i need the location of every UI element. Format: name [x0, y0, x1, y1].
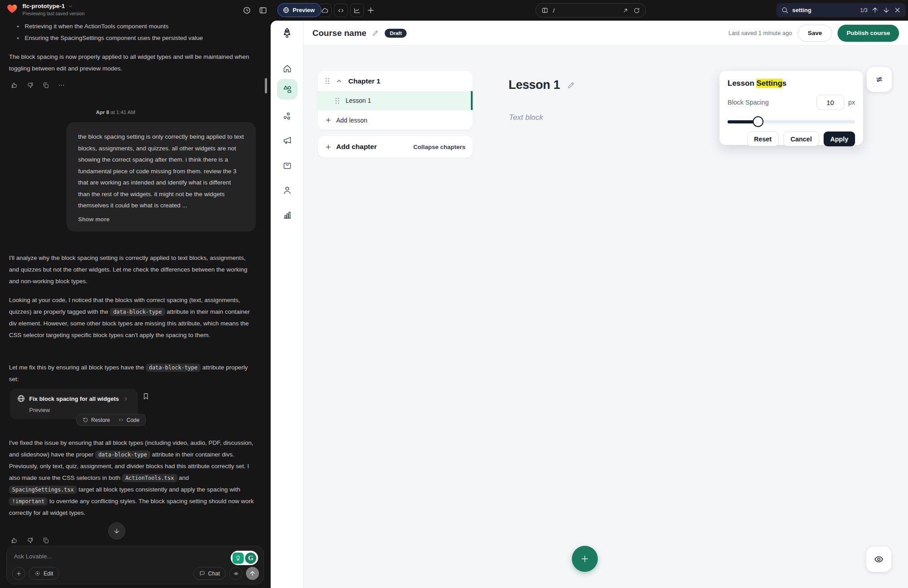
chat-panel: Retrieving it when the ActionTools compo…: [0, 21, 271, 588]
code-button[interactable]: Code: [118, 417, 140, 423]
sliders-icon: [875, 75, 884, 84]
suggestion-bulb-icon: [232, 553, 244, 564]
find-previous-icon[interactable]: [871, 6, 879, 14]
history-icon[interactable]: [242, 6, 251, 15]
collapse-chapters-button[interactable]: Collapse chapters: [413, 144, 465, 150]
block-spacing-input[interactable]: [816, 95, 844, 110]
thumbs-up-icon[interactable]: [11, 82, 18, 89]
find-next-icon[interactable]: [882, 6, 890, 14]
rail-item-community[interactable]: [277, 106, 298, 127]
plus-icon: [580, 554, 590, 564]
grammarly-g-icon: G: [245, 553, 256, 564]
chevron-right-icon: [123, 396, 129, 402]
preview-mode-button[interactable]: Preview: [277, 3, 321, 17]
open-external-icon[interactable]: [622, 7, 629, 14]
chevron-down-icon[interactable]: [68, 4, 73, 9]
refresh-icon[interactable]: [633, 7, 640, 14]
text-block-placeholder[interactable]: Text block: [509, 113, 543, 122]
restore-button[interactable]: Restore: [83, 417, 110, 423]
send-button[interactable]: [246, 567, 259, 580]
bullet-item: Ensuring the SpacingSettings component u…: [17, 32, 259, 44]
add-block-fab[interactable]: [572, 546, 598, 572]
search-icon: [781, 6, 789, 14]
thumbs-up-icon[interactable]: [11, 537, 18, 544]
add-lesson-button[interactable]: Add lesson: [318, 110, 473, 130]
assistant-bullet-list: Retrieving it when the ActionTools compo…: [17, 21, 259, 44]
show-more-link[interactable]: Show more: [78, 216, 244, 223]
lesson-settings-popover: Lesson Settings Block Spacing px Reset C…: [719, 71, 863, 145]
slider-thumb[interactable]: [753, 116, 763, 127]
voice-input-button[interactable]: [229, 567, 242, 580]
rail-item-announcements[interactable]: [277, 130, 298, 151]
arrow-down-icon: [113, 527, 120, 535]
message-timestamp: Apr 8 at 1:41 AM: [0, 110, 231, 115]
scroll-to-bottom-button[interactable]: [108, 522, 125, 540]
chat-composer[interactable]: Ask Lovable... G Edit Chat: [6, 546, 264, 584]
bookmark-icon[interactable]: [142, 392, 150, 400]
find-input[interactable]: [792, 7, 851, 13]
edit-lesson-name-icon[interactable]: [567, 81, 575, 89]
assistant-paragraph: I'll analyze why the block spacing setti…: [9, 252, 256, 287]
chapter-header[interactable]: Chapter 1: [318, 71, 473, 91]
analytics-button[interactable]: [350, 4, 364, 17]
attach-button[interactable]: [12, 567, 25, 580]
thumbs-down-icon[interactable]: [26, 82, 34, 89]
plus-icon: [325, 144, 332, 150]
chat-bubble-icon: [199, 570, 205, 576]
mail-icon: [282, 161, 292, 171]
copy-icon[interactable]: [42, 82, 49, 89]
settings-title-post: s: [782, 79, 786, 88]
preview-url-bar[interactable]: /: [535, 3, 646, 18]
copy-icon[interactable]: [42, 537, 49, 544]
rail-item-inbox[interactable]: [277, 155, 298, 176]
assistant-paragraph: Let me fix this by ensuring all block ty…: [9, 362, 256, 385]
publish-course-button[interactable]: Publish course: [838, 25, 899, 42]
last-saved-text: Last saved 1 minute ago: [728, 30, 792, 36]
chapter-card: Chapter 1 Lesson 1 Add lesson: [318, 71, 473, 130]
chat-scrollbar-thumb[interactable]: [265, 78, 267, 93]
search-highlight: Setting: [756, 79, 782, 88]
chevron-up-icon[interactable]: [336, 78, 342, 84]
grammarly-widget[interactable]: G: [231, 551, 258, 565]
rail-item-home[interactable]: [277, 58, 298, 79]
drag-handle-icon[interactable]: [335, 97, 340, 104]
cancel-button[interactable]: Cancel: [783, 132, 819, 146]
add-chapter-button[interactable]: Add chapter: [336, 143, 377, 151]
composer-placeholder[interactable]: Ask Lovable...: [14, 553, 256, 560]
settings-toggle-button[interactable]: [867, 67, 892, 92]
sidebar-panel-icon[interactable]: [259, 6, 268, 15]
course-title: Course name: [312, 28, 366, 38]
chat-label: Chat: [208, 570, 220, 577]
rail-item-courses[interactable]: [277, 79, 298, 100]
plus-icon: [325, 117, 332, 123]
user-message-text: the block spacing setting is only correc…: [78, 131, 244, 211]
save-button[interactable]: Save: [798, 25, 833, 42]
rail-item-analytics[interactable]: [277, 205, 298, 225]
app-sidebar-rail: [271, 21, 303, 588]
apply-button[interactable]: Apply: [824, 132, 855, 146]
code-icon: [118, 417, 124, 423]
edit-card-subtitle: Preview: [29, 407, 131, 413]
code-view-button[interactable]: [334, 4, 348, 17]
add-tab-icon[interactable]: [366, 6, 375, 15]
lesson-list-item[interactable]: Lesson 1: [318, 91, 473, 110]
assistant-paragraph: I've fixed the issue by ensuring that al…: [9, 437, 256, 519]
drag-handle-icon[interactable]: [325, 78, 330, 84]
find-in-page-bar: 1/3: [776, 3, 906, 17]
find-close-icon[interactable]: [894, 6, 901, 14]
more-options-icon[interactable]: [58, 82, 65, 89]
thumbs-down-icon[interactable]: [26, 537, 34, 544]
edit-mode-button[interactable]: Edit: [29, 567, 59, 580]
preview-eye-button[interactable]: [866, 547, 891, 572]
lesson-title: Lesson 1: [346, 97, 371, 104]
app-preview-frame: Course name Draft Last saved 1 minute ag…: [271, 21, 908, 588]
edit-course-name-icon[interactable]: [372, 29, 379, 37]
block-spacing-slider[interactable]: [728, 116, 855, 127]
chat-mode-button[interactable]: Chat: [193, 567, 226, 580]
lovable-logo-icon: [6, 3, 18, 14]
select-edit-icon: [35, 570, 40, 576]
deploy-cloud-button[interactable]: [318, 4, 332, 17]
project-brand[interactable]: flc-prototype-1 Previewing last saved ve…: [6, 3, 84, 16]
reset-button[interactable]: Reset: [747, 132, 779, 146]
rail-item-profile[interactable]: [277, 180, 298, 201]
